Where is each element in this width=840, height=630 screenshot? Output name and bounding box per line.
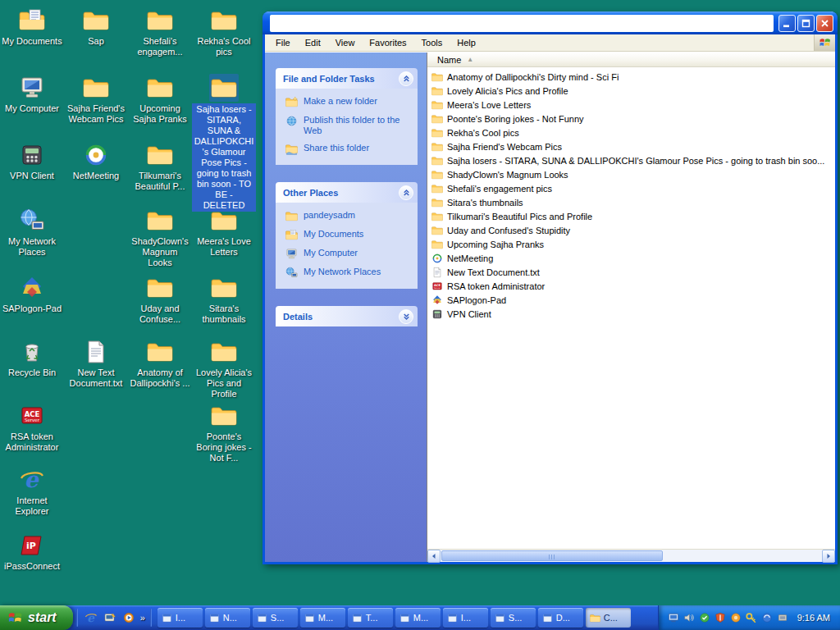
task-button-3-s[interactable]: S...	[253, 608, 298, 628]
desktop-icon-shadyclown-s-magnum-looks[interactable]: ShadyClown's Magnum Looks	[128, 207, 192, 268]
maximize-button[interactable]	[797, 15, 815, 32]
menu-edit[interactable]: Edit	[298, 35, 328, 50]
file-row-rsa-token-administrator[interactable]: ACEServerRSA token Administrator	[427, 279, 835, 293]
desktop-icon-meera-s-love-letters[interactable]: Meera's Love Letters	[192, 207, 256, 258]
file-row-sitara-s-thumbnails[interactable]: Sitara's thumbnails	[427, 195, 835, 209]
task-link-pandeysadm[interactable]: pandeysadm	[285, 210, 411, 222]
desktop-icon-poonte-s-boring-jokes-not-f[interactable]: Poonte's Boring jokes - Not F...	[192, 402, 256, 463]
minimize-button[interactable]	[778, 15, 796, 32]
task-button-6-m[interactable]: M...	[395, 608, 441, 628]
quick-launch-media-player[interactable]	[121, 609, 137, 626]
tray-network-icon[interactable]	[667, 611, 680, 624]
file-row-shadyclown-s-magnum-looks[interactable]: ShadyClown's Magnum Looks	[427, 167, 835, 181]
desktop-icon-rekha-s-cool-pics[interactable]: Rekha's Cool pics	[192, 7, 256, 57]
tray-update-icon[interactable]	[729, 611, 742, 624]
tray-antivirus-icon[interactable]	[714, 611, 727, 624]
task-link-make-a-new-folder[interactable]: Make a new folder	[285, 96, 411, 108]
desktop-icon-my-network-places[interactable]: My Network Places	[0, 207, 64, 258]
desktop-icon-recycle-bin[interactable]: Recycle Bin	[0, 338, 64, 378]
task-link-my-computer[interactable]: My Computer	[285, 248, 411, 260]
tray-wireless-icon[interactable]	[760, 611, 774, 624]
file-row-new-text-document-txt[interactable]: New Text Document.txt	[427, 265, 835, 279]
desktop-icon-my-documents[interactable]: My Documents	[0, 7, 64, 47]
desktop-icon-sajha-friend-s-webcam-pics[interactable]: Sajha Friend's Webcam Pics	[64, 74, 128, 125]
task-button-2-n[interactable]: N...	[205, 608, 250, 628]
desktop-icon-ipassconnect[interactable]: iPiPassConnect	[0, 532, 64, 572]
desktop-icon-sap[interactable]: Sap	[64, 7, 128, 47]
file-row-netmeeting[interactable]: NetMeeting	[427, 251, 835, 265]
app-icon	[304, 613, 315, 623]
task-link-publish-this-folder-to-the-web[interactable]: Publish this folder to the Web	[285, 115, 411, 136]
start-button[interactable]: start	[0, 605, 73, 630]
tray-removable-device-icon[interactable]	[776, 611, 789, 624]
desktop-icon-sitara-s-thumbnails[interactable]: Sitara's thumbnails	[192, 274, 256, 325]
desktop-icon-saplogon-pad[interactable]: SAPlogon-Pad	[0, 274, 64, 314]
tray-volume-icon[interactable]	[682, 611, 696, 624]
file-row-vpn-client[interactable]: VPN Client	[427, 307, 835, 321]
scrollbar-thumb[interactable]	[441, 550, 663, 561]
tray-messenger-icon[interactable]	[698, 611, 711, 624]
task-link-my-network-places[interactable]: My Network Places	[285, 267, 411, 279]
close-button[interactable]	[816, 15, 833, 32]
file-row-upcoming-sajha-pranks[interactable]: Upcoming Sajha Pranks	[427, 237, 835, 251]
titlebar[interactable]	[262, 11, 838, 34]
menu-tools[interactable]: Tools	[414, 35, 450, 50]
scroll-right-button[interactable]	[822, 550, 835, 563]
chevron-up-icon[interactable]	[399, 185, 413, 200]
desktop-icon-netmeeting[interactable]: NetMeeting	[64, 141, 128, 181]
task-button-1-i[interactable]: I...	[158, 608, 203, 628]
task-button-4-m[interactable]: M...	[300, 608, 345, 628]
menu-help[interactable]: Help	[450, 35, 483, 50]
quick-launch-overflow-chevron[interactable]: »	[139, 613, 147, 623]
desktop-icon-label: Sitara's thumbnails	[192, 304, 256, 325]
task-button-9-d[interactable]: D...	[538, 608, 583, 628]
file-row-tilkumari-s-beautiful-pics-and-profile[interactable]: Tilkumari's Beautiful Pics and Profile	[427, 209, 835, 223]
column-header-name[interactable]: Name ▲	[427, 52, 835, 67]
chevron-up-icon[interactable]	[399, 71, 413, 86]
task-button-7-i[interactable]: I...	[443, 608, 488, 628]
file-row-poonte-s-boring-jokes-not-funny[interactable]: Poonte's Boring jokes - Not Funny	[427, 112, 835, 126]
file-row-rekha-s-cool-pics[interactable]: Rekha's Cool pics	[427, 126, 835, 139]
quick-launch-internet-explorer[interactable]: e	[83, 609, 99, 626]
desktop-icon-uday-and-confuse[interactable]: Uday and Confuse...	[128, 274, 192, 325]
section-header-other-places[interactable]: Other Places	[276, 182, 418, 203]
desktop-icon-lovely-alicia-s-pics-and-profile[interactable]: Lovely Alicia's Pics and Profile	[192, 338, 256, 399]
desktop-icon-new-text-document-txt[interactable]: New Text Document.txt	[64, 338, 128, 389]
folder-icon	[431, 113, 443, 125]
scrollbar-track[interactable]	[441, 550, 822, 562]
file-row-uday-and-confused-s-stupidity[interactable]: Uday and Confused's Stupidity	[427, 223, 835, 237]
file-row-sajha-losers-sitara-suna-dallipokchi-s-gla[interactable]: Sajha losers - SITARA, SUNA & DALLIPOKCH…	[427, 153, 835, 167]
task-button-10-c[interactable]: C...	[586, 608, 631, 628]
desktop-icon-vpn-client[interactable]: VPN Client	[0, 141, 64, 181]
file-row-shefali-s-engagement-pics[interactable]: Shefali's engagement pics	[427, 181, 835, 195]
desktop-icon-sajha-losers-sitara-suna-dallipokchi-s-gla[interactable]: Sajha losers - SITARA, SUNA & DALLIPOKCH…	[192, 74, 256, 212]
task-link-share-this-folder[interactable]: Share this folder	[285, 143, 411, 155]
file-row-lovely-alicia-s-pics-and-profile[interactable]: Lovely Alicia's Pics and Profile	[427, 84, 835, 98]
chevron-down-icon[interactable]	[399, 309, 413, 324]
file-row-saplogon-pad[interactable]: SAPlogon-Pad	[427, 293, 835, 307]
desktop-icon-rsa-token-administrator[interactable]: ACEServerRSA token Administrator	[0, 402, 64, 453]
section-header-details[interactable]: Details	[276, 306, 418, 326]
tray-antivirus-icon	[714, 612, 726, 623]
desktop-icon-tilkumari-s-beautiful-p[interactable]: Tilkumari's Beautiful P...	[128, 141, 192, 192]
desktop-icon-shefali-s-engagem[interactable]: Shefali's engagem...	[128, 7, 192, 57]
scroll-left-button[interactable]	[427, 550, 441, 563]
menu-view[interactable]: View	[328, 35, 363, 50]
section-header-file-and-folder-tasks[interactable]: File and Folder Tasks	[276, 68, 418, 89]
task-button-5-t[interactable]: T...	[348, 608, 393, 628]
file-row-meera-s-love-letters[interactable]: Meera's Love Letters	[427, 98, 835, 112]
menu-file[interactable]: File	[268, 35, 298, 50]
desktop-icon-anatomy-of-dallipockhi-s[interactable]: Anatomy of Dallipockhi's ...	[128, 338, 192, 389]
file-row-anatomy-of-dallipockhi-s-dirty-mind-sci-fi[interactable]: Anatomy of Dallipockhi's Dirty mind - Sc…	[427, 70, 835, 84]
file-row-sajha-friend-s-webcam-pics[interactable]: Sajha Friend's Webcam Pics	[427, 139, 835, 153]
task-button-8-s[interactable]: S...	[491, 608, 536, 628]
quick-launch-show-desktop[interactable]	[102, 609, 118, 626]
desktop-icon-internet-explorer[interactable]: eInternet Explorer	[0, 466, 64, 517]
tray-vpn-icon[interactable]	[745, 611, 758, 624]
task-link-my-documents[interactable]: My Documents	[285, 229, 411, 241]
desktop-icon-my-computer[interactable]: My Computer	[0, 74, 64, 114]
menu-favorites[interactable]: Favorites	[362, 35, 413, 50]
horizontal-scrollbar[interactable]	[427, 549, 835, 562]
explorer-window: FileEditViewFavoritesToolsHelp File and …	[262, 11, 838, 564]
desktop-icon-upcoming-sajha-pranks[interactable]: Upcoming Sajha Pranks	[128, 74, 192, 125]
